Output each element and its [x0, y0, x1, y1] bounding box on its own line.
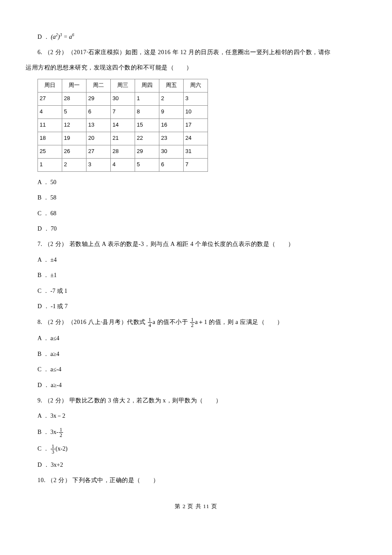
cal-cell: 30: [159, 145, 184, 158]
q7-option-c: C ． -7 或 1: [26, 286, 366, 296]
cal-cell: 28: [62, 92, 86, 105]
cal-cell: 4: [111, 158, 135, 171]
cal-cell: 12: [62, 119, 86, 132]
q5-option-d: D ． (a2)3 = a6: [26, 32, 366, 42]
cal-cell: 5: [135, 158, 159, 171]
cal-cell: 5: [62, 105, 86, 119]
q8-option-b: B ． a≥4: [26, 350, 366, 359]
cal-cell: 6: [159, 158, 184, 171]
fraction-icon: 1 3: [51, 444, 55, 454]
q6-stem-line2: 运用方程的思想来研究，发现这四个数的和不可能是（ ）: [26, 63, 366, 72]
cal-cell: 26: [62, 145, 86, 158]
cal-cell: 23: [159, 132, 184, 145]
calendar-row: 4 5 6 7 8 9 10: [38, 105, 208, 119]
q7-option-a: A ． ±4: [26, 255, 366, 265]
q9-optB-prefix: B ． 3x-: [37, 428, 58, 435]
q9-optC-suffix: (x-2): [55, 445, 67, 451]
q8-mid2: 的值不小于: [157, 319, 190, 325]
cal-hdr: 周六: [184, 79, 208, 92]
calendar-row: 25 26 27 28 29 30 31: [38, 145, 208, 158]
calendar-header-row: 周日 周一 周二 周三 周四 周五 周六: [38, 79, 208, 92]
calendar-row: 18 19 20 21 22 23 24: [38, 132, 208, 145]
cal-hdr: 周四: [135, 79, 159, 92]
cal-cell: 21: [111, 132, 135, 145]
cal-cell: 1: [38, 158, 62, 171]
cal-cell: 2: [159, 92, 184, 105]
calendar-row: 11 12 13 14 15 16 17: [38, 119, 208, 132]
cal-cell: 3: [86, 158, 111, 171]
cal-hdr: 周五: [159, 79, 184, 92]
q8-stem-prefix: 8. （2 分）（2016 八上·县月考）代数式: [37, 319, 147, 325]
q8-mid3: a＋1: [195, 319, 208, 325]
q9-option-c: C ． 1 3 (x-2): [26, 444, 366, 454]
q7-option-d: D ． -1 或 7: [26, 302, 366, 311]
cal-hdr: 周三: [111, 79, 135, 92]
q6-option-d: D ． 70: [26, 224, 366, 234]
cal-hdr: 周日: [38, 79, 62, 92]
cal-hdr: 周二: [86, 79, 111, 92]
q9-option-b: B ． 3x- 1 2: [26, 427, 366, 438]
cal-cell: 31: [184, 145, 208, 158]
calendar-row: 27 28 29 30 1 2 3: [38, 92, 208, 105]
cal-cell: 10: [184, 105, 208, 119]
cal-cell: 25: [38, 145, 62, 158]
cal-cell: 11: [38, 119, 62, 132]
q7-stem: 7. （2 分） 若数轴上点 A 表示的数是-3，则与点 A 相距 4 个单位长…: [26, 240, 366, 249]
cal-cell: 27: [38, 92, 62, 105]
calendar-table: 周日 周一 周二 周三 周四 周五 周六 27 28 29 30 1 2 3 4…: [37, 79, 208, 172]
q9-option-a: A ． 3x－2: [26, 411, 366, 421]
fraction-icon: 1 4: [148, 317, 153, 328]
q8-option-a: A ． a≤4: [26, 334, 366, 343]
q8-stem-suffix: 的值，则 a 应满足（ ）: [209, 319, 283, 325]
q8-option-d: D ． a≥-4: [26, 381, 366, 390]
q9-option-d: D ． 3x+2: [26, 460, 366, 470]
page-footer: 第 2 页 共 11 页: [26, 502, 366, 511]
cal-cell: 3: [184, 92, 208, 105]
cal-cell: 20: [86, 132, 111, 145]
cal-cell: 7: [184, 158, 208, 171]
q9-stem: 9. （2 分） 甲数比乙数的 3 倍大 2，若乙数为 x，则甲数为（ ）: [26, 396, 366, 405]
cal-cell: 30: [111, 92, 135, 105]
q8-stem: 8. （2 分）（2016 八上·县月考）代数式 1 4 a 的值不小于 1 2…: [26, 317, 366, 328]
q5-optD-prefix: D ．: [37, 34, 49, 40]
q9-optC-prefix: C ．: [37, 445, 50, 451]
cal-cell: 13: [86, 119, 111, 132]
cal-cell: 2: [62, 158, 86, 171]
cal-cell: 9: [159, 105, 184, 119]
cal-cell: 27: [86, 145, 111, 158]
cal-cell: 7: [111, 105, 135, 119]
cal-cell: 29: [135, 145, 159, 158]
q5-optD-formula: (a2)3 = a6: [51, 34, 74, 40]
q6-option-a: A ． 50: [26, 178, 366, 187]
q8-option-c: C ． a≤-4: [26, 365, 366, 374]
cal-hdr: 周一: [62, 79, 86, 92]
cal-cell: 28: [111, 145, 135, 158]
cal-cell: 17: [184, 119, 208, 132]
cal-cell: 22: [135, 132, 159, 145]
cal-cell: 15: [135, 119, 159, 132]
q10-stem: 10. （2 分） 下列各式中，正确的是（ ）: [26, 476, 366, 485]
cal-cell: 19: [62, 132, 86, 145]
calendar-row: 1 2 3 4 5 6 7: [38, 158, 208, 171]
cal-cell: 4: [38, 105, 62, 119]
cal-cell: 6: [86, 105, 111, 119]
q7-option-b: B ． ±1: [26, 271, 366, 280]
q8-mid1: a: [153, 319, 156, 325]
q6-option-c: C ． 68: [26, 209, 366, 218]
cal-cell: 14: [111, 119, 135, 132]
cal-cell: 1: [135, 92, 159, 105]
cal-cell: 16: [159, 119, 184, 132]
q6-option-b: B ． 58: [26, 193, 366, 202]
cal-cell: 8: [135, 105, 159, 119]
cal-cell: 24: [184, 132, 208, 145]
cal-cell: 18: [38, 132, 62, 145]
q6-stem-line1: 6. （2 分）（2017·石家庄模拟）如图，这是 2016 年 12 月的日历…: [26, 48, 366, 57]
fraction-icon: 1 2: [190, 317, 195, 328]
cal-cell: 29: [86, 92, 111, 105]
fraction-icon: 1 2: [59, 427, 63, 438]
